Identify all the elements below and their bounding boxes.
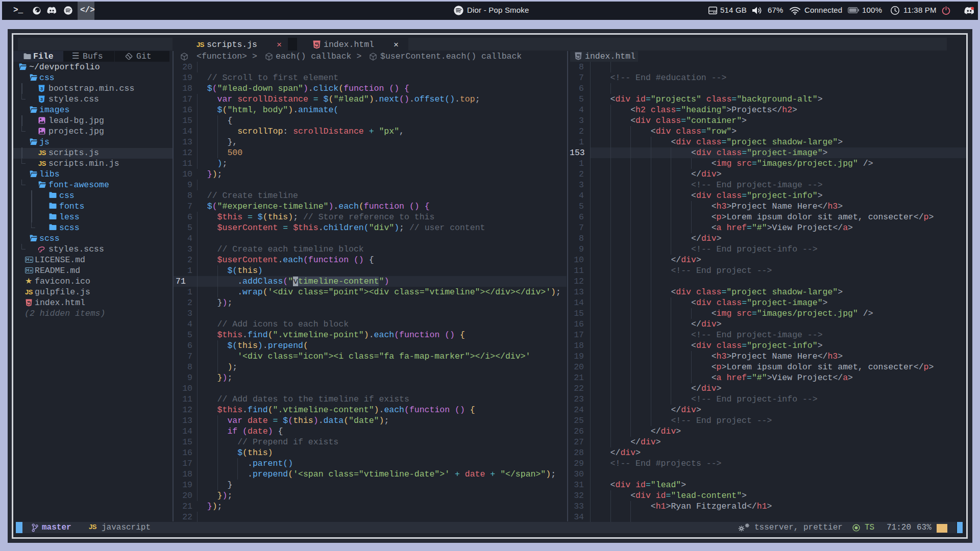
svg-text:3: 3 — [40, 97, 43, 102]
svg-text:3: 3 — [40, 86, 43, 91]
